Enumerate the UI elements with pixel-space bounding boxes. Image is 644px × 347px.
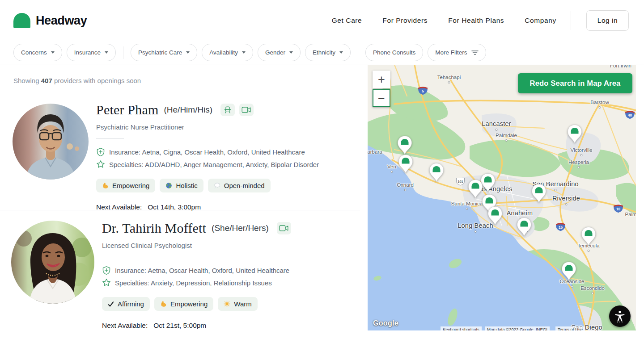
filter-label: Gender (265, 49, 285, 56)
provider-map-pin[interactable] (531, 184, 547, 205)
attribution-terms-of-use[interactable]: Terms of Use (555, 326, 585, 330)
svg-text:40: 40 (628, 113, 632, 117)
provider-map-pin[interactable] (517, 217, 532, 238)
filter-more-filters[interactable]: More Filters (428, 44, 486, 61)
brand[interactable]: Headway (13, 0, 87, 41)
login-button[interactable]: Log in (586, 10, 629, 31)
next-available-value: Oct 21st, 5:00pm (153, 322, 206, 330)
map-label-barstow: Barstow (590, 100, 609, 105)
provider-map-pin[interactable] (487, 206, 503, 227)
filter-concerns[interactable]: Concerns (13, 44, 62, 61)
filter-gender[interactable]: Gender (258, 44, 301, 61)
map-label-dot (505, 139, 508, 142)
nav-item-for-providers[interactable]: For Providers (382, 17, 428, 25)
provider-content: Peter Pham(He/Him/His)Psychiatric Nurse … (96, 100, 319, 211)
map-label-dot (578, 166, 580, 168)
provider-map-pin[interactable] (429, 163, 444, 184)
redo-search-button[interactable]: Redo Search in Map Area (518, 73, 632, 93)
provider-card[interactable]: Peter Pham(He/Him/His)Psychiatric Nurse … (0, 100, 360, 210)
filter-ethnicity[interactable]: Ethnicity (305, 44, 351, 61)
filter-divider (358, 46, 358, 59)
brand-name: Headway (36, 14, 87, 28)
filter-label: Psychiatric Care (138, 49, 182, 56)
provider-map-pin[interactable] (468, 179, 483, 201)
nav-item-company[interactable]: Company (525, 17, 556, 25)
chair-icon (220, 104, 235, 116)
map-label-dot (475, 230, 477, 233)
chevron-down-icon (242, 51, 246, 54)
accessibility-icon (614, 310, 626, 322)
results-summary: Showing 407 providers with openings soon (13, 77, 141, 84)
map-label-oxnard: Oxnard (397, 182, 414, 188)
map-label-dot (466, 208, 468, 210)
provider-map-pin[interactable] (561, 261, 576, 283)
map-label-dot (565, 203, 568, 205)
svg-text:15: 15 (559, 226, 563, 230)
google-logo[interactable]: Google (373, 319, 398, 327)
map-label-escondido: Escondido (580, 285, 605, 291)
filter-label: Phone Consults (373, 49, 415, 56)
page: Headway Get CareFor ProvidersFor Health … (0, 0, 644, 347)
us-route-shield-101: 101 (455, 177, 466, 188)
provider-pronouns: (He/Him/His) (164, 105, 212, 115)
trait-badges: EmpoweringHolisticOpen-minded (96, 179, 319, 192)
provider-card[interactable]: Dr. Tahirih Moffett(She/Her/Hers)License… (0, 219, 360, 330)
card-divider (0, 210, 360, 210)
map-label-santa-monica: Santa Monica (451, 201, 483, 206)
badge-empowering: Empowering (96, 179, 155, 192)
filter-phone-consults[interactable]: Phone Consults (365, 44, 423, 61)
filter-label: Insurance (74, 49, 101, 56)
svg-text:5: 5 (422, 89, 424, 93)
nav-divider (571, 11, 571, 30)
provider-title: Licensed Clinical Psychologist (102, 242, 291, 249)
video-icon (239, 104, 254, 116)
filter-label: Ethnicity (313, 49, 335, 56)
filter-bar: ConcernsInsurancePsychiatric CareAvailab… (0, 41, 644, 64)
provider-map-pin[interactable] (398, 154, 413, 176)
title-divider (96, 138, 124, 139)
thought-icon (214, 182, 220, 189)
provider-map-pin[interactable] (581, 226, 596, 248)
map-label-dot (571, 285, 573, 288)
map-label-dot (599, 106, 601, 109)
provider-name: Peter Pham (96, 102, 158, 117)
avatar (11, 221, 94, 304)
insurance-row: Insurance: Aetna, Cigna, Oscar Health, O… (96, 147, 319, 157)
provider-map-pin[interactable] (567, 124, 582, 146)
map-label-dot (448, 81, 450, 84)
map-label-dot (592, 292, 594, 294)
insurance-text: Insurance: Aetna, Cigna, Oscar Health, O… (109, 148, 305, 156)
badge-label: Affirming (118, 300, 144, 308)
provider-map-pin[interactable] (397, 135, 412, 157)
specialties-text: Specialties: Anxiety, Depression, Relati… (115, 279, 272, 287)
star-icon (96, 160, 105, 169)
map[interactable]: Fort IrwinTehachapiBarstowLancasterPalmd… (368, 65, 636, 330)
badge-label: Open-minded (224, 182, 265, 189)
main-nav: Get CareFor ProvidersFor Health PlansCom… (332, 0, 629, 41)
zoom-out-button[interactable]: − (373, 89, 390, 107)
filter-insurance[interactable]: Insurance (67, 44, 116, 61)
shield-plus-icon (102, 266, 111, 275)
zoom-in-button[interactable]: + (373, 71, 390, 88)
nav-item-get-care[interactable]: Get Care (332, 17, 362, 25)
insurance-text: Insurance: Aetna, Oscar Health, Oxford, … (115, 267, 289, 274)
nav-item-for-health-plans[interactable]: For Health Plans (448, 17, 504, 25)
interstate-shield-15: 15 (555, 222, 566, 233)
results-count: 407 (41, 77, 52, 84)
map-label-victorville: Victorville (571, 147, 593, 153)
map-label-lancaster: Lancaster (482, 120, 511, 127)
interstate-shield-10: 10 (613, 204, 624, 215)
filter-availability[interactable]: Availability (202, 44, 253, 61)
provider-name-row: Peter Pham(He/Him/His) (96, 102, 319, 117)
headway-logo-icon (13, 13, 30, 28)
accessibility-button[interactable] (609, 305, 631, 327)
session-type-chips (220, 104, 254, 116)
attribution-keyboard-shortcuts[interactable]: Keyboard shortcuts (441, 326, 482, 330)
svg-text:101: 101 (458, 180, 463, 184)
map-zoom-controls: + − (373, 71, 390, 107)
star-icon (102, 278, 111, 287)
filter-psychiatric-care[interactable]: Psychiatric Care (131, 44, 197, 61)
interstate-shield-5: 5 (417, 86, 428, 97)
insurance-row: Insurance: Aetna, Oscar Health, Oxford, … (102, 266, 291, 275)
filter-lines-icon (471, 50, 479, 55)
